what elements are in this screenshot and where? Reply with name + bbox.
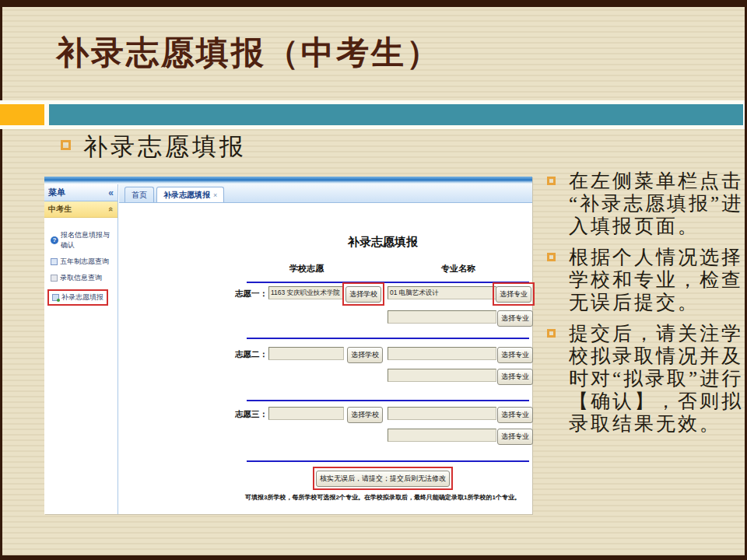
major-input-3a[interactable] bbox=[388, 407, 496, 420]
sidebar-item-label: 录取信息查询 bbox=[60, 273, 102, 283]
sidebar-section-header[interactable]: 中考生 « bbox=[44, 201, 117, 218]
sidebar-item-fiveyear-query[interactable]: 五年制志愿查询 bbox=[51, 257, 116, 267]
column-header-major: 专业名称 bbox=[419, 263, 497, 275]
list-item: 在左侧菜单栏点击“补录志愿填报”进入填报页面。 bbox=[547, 170, 746, 237]
section-heading-label: 补录志愿填报 bbox=[83, 131, 247, 163]
app-header-banner bbox=[44, 177, 532, 184]
school-input-1[interactable] bbox=[268, 286, 344, 299]
major-input-1a[interactable] bbox=[388, 286, 496, 299]
note-text: 根据个人情况选择学校和专业，检查无误后提交。 bbox=[569, 246, 746, 313]
choose-school-button-1[interactable]: 选择学校 bbox=[345, 286, 381, 303]
choose-school-button-2[interactable]: 选择学校 bbox=[347, 347, 383, 363]
divider-line bbox=[247, 338, 529, 339]
note-text: 在左侧菜单栏点击“补录志愿填报”进入填报页面。 bbox=[569, 170, 746, 237]
divider-line bbox=[247, 400, 529, 401]
section-title: 中考生 bbox=[48, 204, 72, 215]
slide: 补录志愿填报（中考生） 补录志愿填报 菜单 « 中考生 « ? 报名信息填报与确… bbox=[0, 0, 747, 560]
teal-accent-bar bbox=[49, 104, 743, 125]
major-input-2a[interactable] bbox=[388, 347, 496, 360]
close-tab-icon[interactable]: × bbox=[213, 191, 217, 199]
help-icon: ? bbox=[51, 236, 58, 244]
bullet-square-icon bbox=[61, 140, 71, 150]
sidebar-menu: ? 报名信息填报与确认 五年制志愿查询 录取信息查询 补录志愿填报 bbox=[44, 218, 117, 306]
document-icon bbox=[51, 258, 58, 265]
choose-major-button-2a[interactable]: 选择专业 bbox=[497, 347, 533, 363]
list-item: 根据个人情况选择学校和专业，检查无误后提交。 bbox=[547, 246, 746, 313]
collapse-sidebar-icon[interactable]: « bbox=[108, 187, 114, 198]
tab-label: 补录志愿填报 bbox=[163, 190, 210, 201]
note-text: 提交后，请关注学校拟录取情况并及时对“拟录取”进行【确认】，否则拟录取结果无效。 bbox=[569, 322, 746, 435]
tab-supplementary-filing[interactable]: 补录志愿填报 × bbox=[156, 187, 224, 202]
form-title: 补录志愿填报 bbox=[235, 235, 531, 250]
instruction-notes: 在左侧菜单栏点击“补录志愿填报”进入填报页面。 根据个人情况选择学校和专业，检查… bbox=[547, 170, 746, 443]
tab-home[interactable]: 首页 bbox=[124, 187, 154, 202]
form-icon bbox=[52, 294, 59, 301]
orange-accent-square bbox=[0, 104, 44, 125]
collapse-section-icon[interactable]: « bbox=[107, 207, 116, 212]
document-icon bbox=[51, 275, 58, 282]
choose-major-button-3a[interactable]: 选择专业 bbox=[497, 407, 533, 423]
tab-label: 首页 bbox=[132, 190, 147, 201]
bullet-square-icon bbox=[547, 177, 556, 185]
school-input-2[interactable] bbox=[268, 347, 344, 360]
sidebar-header: 菜单 « bbox=[44, 184, 117, 201]
tab-bar: 首页 补录志愿填报 × bbox=[119, 184, 532, 203]
column-header-school: 学校志愿 bbox=[268, 263, 345, 275]
form-note: 可填报3所学校，每所学校可选报2个专业。在学校拟录取后，最终只能确定录取1所学校… bbox=[245, 493, 521, 502]
sidebar-item-label: 报名信息填报与确认 bbox=[61, 230, 116, 250]
divider-line bbox=[247, 460, 529, 462]
section-heading: 补录志愿填报 bbox=[61, 131, 247, 163]
sidebar: 菜单 « 中考生 « ? 报名信息填报与确认 五年制志愿查询 录取信息查询 bbox=[44, 184, 118, 514]
app-screenshot: 菜单 « 中考生 « ? 报名信息填报与确认 五年制志愿查询 录取信息查询 bbox=[44, 177, 532, 514]
sidebar-item-admission-query[interactable]: 录取信息查询 bbox=[51, 273, 116, 283]
choose-major-button-1a[interactable]: 选择专业 bbox=[496, 286, 531, 303]
left-border bbox=[0, 7, 2, 555]
page-title: 补录志愿填报（中考生） bbox=[56, 31, 441, 75]
bullet-square-icon bbox=[547, 329, 556, 338]
school-input-3[interactable] bbox=[268, 407, 344, 420]
row-label: 志愿一： bbox=[235, 289, 268, 299]
major-input-2b[interactable] bbox=[388, 369, 496, 382]
choose-major-button-1b[interactable]: 选择专业 bbox=[497, 310, 533, 327]
sidebar-item-label: 五年制志愿查询 bbox=[60, 257, 109, 267]
top-border bbox=[0, 0, 747, 7]
preference-form: 补录志愿填报 学校志愿 专业名称 志愿一： 选择学校 选择专业 选择专业 志愿二… bbox=[235, 235, 531, 509]
highlight-box: 核实无误后，请提交；提交后则无法修改 bbox=[313, 467, 453, 490]
row-label: 志愿三： bbox=[235, 409, 268, 420]
sidebar-item-registration-info[interactable]: ? 报名信息填报与确认 bbox=[51, 230, 116, 250]
choose-school-button-3[interactable]: 选择学校 bbox=[347, 407, 383, 423]
sidebar-item-supplementary-filing[interactable]: 补录志愿填报 bbox=[47, 289, 108, 306]
bottom-border bbox=[0, 555, 747, 560]
bullet-square-icon bbox=[547, 253, 556, 261]
sidebar-item-label: 补录志愿填报 bbox=[61, 292, 103, 303]
menu-title: 菜单 bbox=[48, 187, 65, 198]
highlight-box: 选择学校 bbox=[342, 282, 384, 306]
choose-major-button-2b[interactable]: 选择专业 bbox=[497, 369, 533, 385]
submit-button[interactable]: 核实无误后，请提交；提交后则无法修改 bbox=[316, 471, 450, 487]
major-input-3b[interactable] bbox=[388, 429, 496, 442]
row-label: 志愿二： bbox=[235, 349, 268, 360]
divider-line bbox=[247, 282, 529, 283]
accent-band bbox=[0, 100, 745, 129]
major-input-1b[interactable] bbox=[388, 310, 496, 324]
list-item: 提交后，请关注学校拟录取情况并及时对“拟录取”进行【确认】，否则拟录取结果无效。 bbox=[547, 322, 746, 435]
highlight-box: 选择专业 bbox=[493, 282, 535, 306]
choose-major-button-3b[interactable]: 选择专业 bbox=[497, 429, 533, 445]
